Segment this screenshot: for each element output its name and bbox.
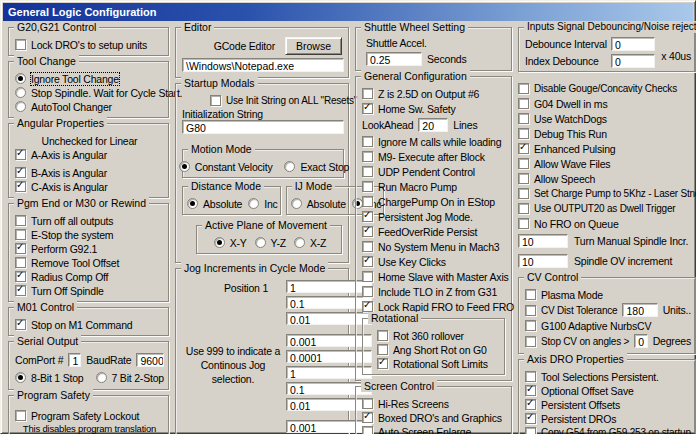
checkbox[interactable] bbox=[362, 256, 373, 267]
checkbox-set-charge-pump-to-5khz[interactable]: Set Charge Pump to 5Khz - Laser Stndby bbox=[518, 187, 696, 200]
checkbox[interactable] bbox=[15, 243, 26, 254]
checkbox-hi-res-screens[interactable]: Hi-Res Screens bbox=[362, 397, 507, 410]
checkbox[interactable] bbox=[15, 149, 26, 160]
spindle-ov-increment-input[interactable]: 10 bbox=[518, 254, 568, 268]
checkbox[interactable] bbox=[377, 358, 388, 369]
checkbox-perform-g92-1[interactable]: Perform G92.1 bbox=[15, 242, 164, 255]
radio-constant-velocity[interactable]: Constant Velocity bbox=[179, 160, 273, 173]
checkbox-rot-360-rollover[interactable]: Rot 360 rollover bbox=[377, 329, 500, 342]
checkbox[interactable] bbox=[525, 336, 536, 347]
checkbox-g100-adaptive-nurbscv[interactable]: G100 Adaptive NurbsCV bbox=[525, 319, 691, 332]
checkbox[interactable] bbox=[15, 271, 26, 282]
checkbox-persistent-offsets[interactable]: Persistent Offsets bbox=[525, 398, 691, 411]
checkbox-turn-off-spindle[interactable]: Turn Off Spindle bbox=[15, 284, 164, 297]
checkbox-persistent-jog-mode[interactable]: Persistent Jog Mode. bbox=[362, 210, 507, 223]
radio[interactable] bbox=[294, 237, 305, 248]
checkbox[interactable] bbox=[525, 413, 536, 424]
checkbox-use-init-string-on-all-resets[interactable]: Use Init String on ALL "Resets" bbox=[210, 94, 344, 107]
radio[interactable] bbox=[291, 198, 302, 209]
shuttle-accel-input[interactable]: 0.25 bbox=[366, 52, 422, 66]
radio-plane-yz[interactable]: Y-Z bbox=[255, 236, 286, 249]
checkbox[interactable] bbox=[518, 203, 529, 214]
checkbox-program-safety-lockout[interactable]: Program Safety Lockout bbox=[15, 409, 164, 422]
checkbox[interactable] bbox=[518, 188, 529, 199]
radio-8-bit-1-stop[interactable]: 8-Bit 1 Stop bbox=[15, 371, 83, 384]
checkbox[interactable] bbox=[362, 241, 373, 252]
checkbox[interactable] bbox=[362, 151, 373, 162]
checkbox[interactable] bbox=[362, 103, 373, 114]
checkbox-rotational-soft-limits[interactable]: Rotational Soft Limits bbox=[377, 357, 500, 370]
checkbox-run-macro-pump[interactable]: Run Macro Pump bbox=[362, 180, 507, 193]
checkbox[interactable] bbox=[362, 398, 373, 409]
checkbox[interactable] bbox=[518, 128, 529, 139]
checkbox[interactable] bbox=[362, 271, 373, 282]
checkbox[interactable] bbox=[518, 158, 529, 169]
radio-plane-xz[interactable]: X-Z bbox=[294, 236, 326, 249]
checkbox[interactable] bbox=[377, 344, 388, 355]
checkbox-m9-execute-after-block[interactable]: M9- Execute after Block bbox=[362, 150, 507, 163]
checkbox-optional-offset-save[interactable]: Optional Offset Save bbox=[525, 384, 691, 397]
checkbox-a-axis-is-angular[interactable]: A-Axis is Angular bbox=[15, 148, 164, 161]
checkbox-g04-dwell-in-ms[interactable]: G04 Dwell in ms bbox=[518, 97, 696, 110]
checkbox[interactable] bbox=[362, 136, 373, 147]
radio-7-bit-2-stop[interactable]: 7 Bit 2-Stop bbox=[96, 371, 164, 384]
checkbox[interactable] bbox=[362, 166, 373, 177]
checkbox-e-stop-the-system[interactable]: E-Stop the system bbox=[15, 228, 164, 241]
checkbox[interactable] bbox=[362, 286, 373, 297]
checkbox[interactable] bbox=[15, 39, 26, 50]
checkbox-c-axis-is-angular[interactable]: C-Axis is Angular bbox=[15, 180, 164, 193]
checkbox[interactable] bbox=[362, 196, 373, 207]
checkbox-no-system-menu-in-mach3[interactable]: No System Menu in Mach3 bbox=[362, 240, 507, 253]
radio[interactable] bbox=[15, 87, 26, 98]
checkbox[interactable] bbox=[525, 399, 536, 410]
checkbox[interactable] bbox=[362, 301, 373, 312]
checkbox-use-output20-as-dwell-trigger[interactable]: Use OUTPUT20 as Dwell Trigger bbox=[518, 202, 696, 215]
checkbox[interactable] bbox=[15, 215, 26, 226]
stop-cv-angle-input[interactable]: 0 bbox=[634, 334, 647, 348]
checkbox-cv-dist-tolerance[interactable]: CV Dist Tolerance 180 Units.. bbox=[525, 302, 691, 318]
radio[interactable] bbox=[15, 73, 26, 84]
checkbox-plasma-mode[interactable]: Plasma Mode bbox=[525, 288, 691, 301]
checkbox-stop-on-m1-command[interactable]: Stop on M1 Command bbox=[15, 318, 164, 331]
checkbox[interactable] bbox=[525, 320, 536, 331]
checkbox[interactable] bbox=[362, 211, 373, 222]
checkbox-home-sw-safety[interactable]: Home Sw. Safety bbox=[362, 102, 507, 115]
checkbox-include-tlo-in-z-from-g31[interactable]: Include TLO in Z from G31 bbox=[362, 285, 507, 298]
checkbox-remove-tool-offset[interactable]: Remove Tool Offset bbox=[15, 256, 164, 269]
radio-plane-xy[interactable]: X-Y bbox=[214, 236, 247, 249]
checkbox-debug-this-run[interactable]: Debug This Run bbox=[518, 127, 696, 140]
checkbox[interactable] bbox=[362, 412, 373, 423]
radio-exact-stop[interactable]: Exact Stop bbox=[284, 160, 349, 173]
gcode-editor-path-input[interactable]: \Windows\Notepad.exe bbox=[182, 58, 344, 72]
checkbox[interactable] bbox=[525, 371, 536, 382]
checkbox-b-axis-is-angular[interactable]: B-Axis is Angular bbox=[15, 166, 164, 179]
radio-stop-spindle-wait-cycle-start[interactable]: Stop Spindle. Wait for Cycle Start. bbox=[15, 86, 164, 99]
checkbox-turn-off-all-outputs[interactable]: Turn off all outputs bbox=[15, 214, 164, 227]
checkbox-home-slave-with-master-axis[interactable]: Home Slave with Master Axis bbox=[362, 270, 507, 283]
checkbox-enhanced-pulsing[interactable]: Enhanced Pulsing bbox=[518, 142, 696, 155]
browse-button[interactable]: Browse bbox=[285, 37, 342, 55]
checkbox[interactable] bbox=[518, 113, 529, 124]
turn-manual-spindle-incr-input[interactable]: 10 bbox=[518, 234, 568, 248]
checkbox-tool-selections-persistent[interactable]: Tool Selections Persistent. bbox=[525, 370, 691, 383]
checkbox[interactable] bbox=[362, 181, 373, 192]
radio[interactable] bbox=[248, 198, 259, 209]
checkbox[interactable] bbox=[15, 181, 26, 192]
checkbox[interactable] bbox=[525, 427, 536, 434]
checkbox[interactable] bbox=[210, 95, 221, 106]
radio[interactable] bbox=[214, 237, 225, 248]
checkbox[interactable] bbox=[15, 319, 26, 330]
radio-distance-absolute[interactable]: Absolute bbox=[187, 197, 242, 210]
debounce-interval-input[interactable]: 0 bbox=[611, 37, 655, 51]
radio-distance-inc[interactable]: Inc bbox=[248, 197, 277, 210]
checkbox[interactable] bbox=[525, 385, 536, 396]
checkbox[interactable] bbox=[518, 143, 529, 154]
checkbox-no-fro-on-queue[interactable]: No FRO on Queue bbox=[518, 217, 696, 230]
index-debounce-input[interactable]: 0 bbox=[611, 54, 655, 68]
radio[interactable] bbox=[179, 161, 190, 172]
checkbox[interactable] bbox=[525, 289, 536, 300]
radio[interactable] bbox=[187, 198, 198, 209]
checkbox-udp-pendent-control[interactable]: UDP Pendent Control bbox=[362, 165, 507, 178]
radio[interactable] bbox=[15, 101, 26, 112]
checkbox[interactable] bbox=[525, 305, 536, 316]
